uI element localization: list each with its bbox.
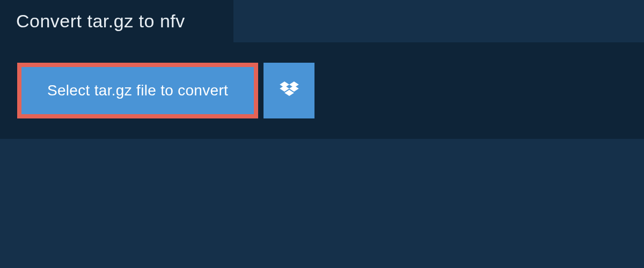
select-file-label: Select tar.gz file to convert	[47, 82, 228, 99]
page-title: Convert tar.gz to nfv	[16, 11, 217, 32]
header-tab: Convert tar.gz to nfv	[0, 0, 233, 42]
dropbox-icon	[280, 81, 299, 100]
button-row: Select tar.gz file to convert	[17, 63, 627, 118]
content-band: Select tar.gz file to convert	[0, 42, 644, 139]
dropbox-button[interactable]	[264, 63, 314, 118]
select-file-button[interactable]: Select tar.gz file to convert	[17, 63, 258, 118]
